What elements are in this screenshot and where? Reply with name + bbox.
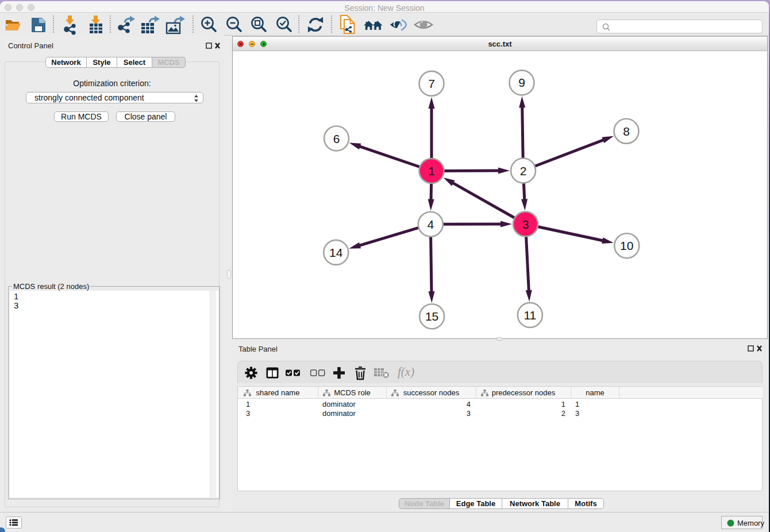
svg-text:4: 4 bbox=[427, 218, 434, 231]
svg-text:2: 2 bbox=[520, 164, 527, 178]
svg-text:10: 10 bbox=[620, 239, 633, 252]
svg-text:15: 15 bbox=[425, 310, 438, 323]
svg-text:1: 1 bbox=[428, 164, 435, 178]
svg-text:11: 11 bbox=[523, 309, 536, 322]
svg-text:7: 7 bbox=[428, 77, 435, 90]
svg-text:3: 3 bbox=[522, 218, 529, 231]
svg-text:8: 8 bbox=[623, 125, 630, 138]
svg-text:9: 9 bbox=[518, 76, 525, 89]
svg-text:14: 14 bbox=[329, 246, 343, 259]
svg-text:6: 6 bbox=[333, 132, 340, 145]
